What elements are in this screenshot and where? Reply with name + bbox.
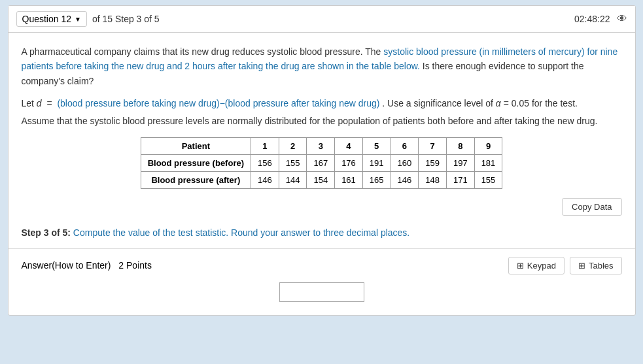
before-8: 197: [446, 154, 474, 171]
eye-icon[interactable]: 👁: [617, 13, 627, 25]
answer-label-group: Answer(How to Enter) 2 Points: [22, 260, 152, 271]
after-1: 146: [251, 171, 279, 188]
table-header-9: 9: [474, 137, 502, 154]
tables-button[interactable]: ⊞ Tables: [570, 257, 622, 274]
table-header-8: 8: [446, 137, 474, 154]
tables-label: Tables: [589, 261, 614, 271]
tables-icon: ⊞: [578, 261, 585, 271]
how-to-enter[interactable]: (How to Enter): [52, 260, 111, 271]
assume-line: Assume that the systolic blood pressure …: [22, 114, 622, 128]
answer-section: Answer(How to Enter) 2 Points ⊞ Keypad ⊞…: [9, 249, 635, 315]
keypad-icon: ⊞: [517, 261, 524, 271]
before-2: 155: [279, 154, 307, 171]
before-9: 181: [474, 154, 502, 171]
step-info: of 15 Step 3 of 5: [92, 14, 160, 24]
timer-display: 02:48:22: [574, 14, 610, 24]
table-header-7: 7: [419, 137, 447, 154]
table-row-after: Blood pressure (after) 146 144 154 161 1…: [141, 171, 502, 188]
after-5: 165: [362, 171, 391, 188]
after-9: 155: [474, 171, 502, 188]
table-header-4: 4: [335, 137, 363, 154]
after-2: 144: [279, 171, 307, 188]
before-6: 160: [391, 154, 419, 171]
table-header-5: 5: [362, 137, 391, 154]
table-row-before: Blood pressure (before) 156 155 167 176 …: [141, 154, 502, 171]
table-header-2: 2: [279, 137, 307, 154]
data-table: Patient 1 2 3 4 5 6 7 8 9 Blood pressure: [141, 137, 503, 189]
table-header-patient: Patient: [141, 137, 251, 154]
header-right: 02:48:22 👁: [574, 13, 627, 25]
content-area: A pharmaceutical company claims that its…: [9, 33, 635, 249]
keypad-label: Keypad: [527, 261, 556, 271]
copy-data-row: Copy Data: [22, 198, 622, 221]
answer-input[interactable]: [279, 282, 364, 302]
data-table-wrapper: Patient 1 2 3 4 5 6 7 8 9 Blood pressure: [22, 137, 622, 189]
table-header-3: 3: [307, 137, 335, 154]
before-4: 176: [335, 154, 363, 171]
before-3: 167: [307, 154, 335, 171]
before-5: 191: [362, 154, 391, 171]
after-3: 154: [307, 171, 335, 188]
after-8: 171: [446, 171, 474, 188]
step3-label: Step 3 of 5: Compute the value of the te…: [22, 221, 622, 240]
after-4: 161: [335, 171, 363, 188]
question-label: Question 12: [22, 14, 72, 24]
row-label-after: Blood pressure (after): [141, 171, 251, 188]
keypad-button[interactable]: ⊞ Keypad: [508, 257, 565, 274]
after-7: 148: [419, 171, 447, 188]
question-dropdown[interactable]: Question 12 ▼: [16, 11, 87, 27]
before-7: 159: [419, 154, 447, 171]
step3-number: Step 3 of 5:: [22, 227, 71, 238]
before-1: 156: [251, 154, 279, 171]
copy-data-button[interactable]: Copy Data: [562, 198, 621, 216]
table-header-1: 1: [251, 137, 279, 154]
step3-text: Compute the value of the test statistic.…: [71, 227, 409, 238]
after-6: 146: [391, 171, 419, 188]
answer-input-row: [22, 282, 622, 302]
row-label-before: Blood pressure (before): [141, 154, 251, 171]
answer-label: Answer: [22, 260, 52, 271]
header: Question 12 ▼ of 15 Step 3 of 5 02:48:22…: [9, 6, 635, 33]
dropdown-arrow-icon: ▼: [75, 16, 81, 23]
table-header-6: 6: [391, 137, 419, 154]
answer-header: Answer(How to Enter) 2 Points ⊞ Keypad ⊞…: [22, 257, 622, 274]
points-label: 2 Points: [118, 260, 152, 271]
let-line: Let d = (blood pressure before taking ne…: [22, 96, 622, 110]
main-container: Question 12 ▼ of 15 Step 3 of 5 02:48:22…: [8, 5, 636, 316]
problem-paragraph1: A pharmaceutical company claims that its…: [22, 44, 622, 88]
header-left: Question 12 ▼ of 15 Step 3 of 5: [16, 11, 160, 27]
answer-tools: ⊞ Keypad ⊞ Tables: [508, 257, 622, 274]
